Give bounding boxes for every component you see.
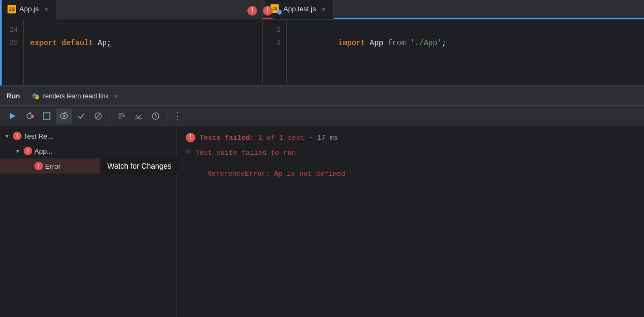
tab-apptestjs-close[interactable]: ×	[319, 5, 328, 13]
output-error-icon: !	[186, 133, 195, 142]
history-button[interactable]	[148, 109, 164, 124]
tab-appjs[interactable]: JS App.js ×	[2, 0, 56, 19]
right-editor: JS App.test.js × 2 3 import App from './…	[263, 0, 644, 85]
output-error-message: ReferenceError: Ap is not defined	[186, 170, 635, 178]
svg-point-6	[63, 116, 64, 117]
suite-failed-text: Test suite failed to run	[195, 149, 296, 157]
bottom-panel: Run 🎭 renders learn react link × !	[0, 86, 644, 317]
tree-label-results: Test Re...	[24, 132, 53, 140]
line-numbers-right: 2 3	[263, 19, 287, 85]
tab-appjs-close[interactable]: ×	[42, 5, 50, 13]
svg-rect-3	[43, 113, 50, 119]
left-tab-bar: JS App.js × ⋮	[0, 0, 262, 19]
error-message-text: ReferenceError: Ap is not defined	[186, 170, 345, 178]
check-button[interactable]	[73, 109, 89, 124]
js-icon: JS	[8, 5, 16, 13]
code-line-import: import App from './App';	[293, 24, 638, 62]
tree-item-app[interactable]: ▼ ! App...	[0, 143, 177, 158]
run-label: Run	[2, 92, 24, 100]
tab-apptestjs-label: App.test.js	[283, 5, 316, 13]
run-tab-emoji: 🎭	[32, 92, 40, 100]
tree-panel: ▼ ! Test Re... ▼ ! App... ! Error	[0, 126, 177, 317]
code-line-25: export default Ap;	[30, 37, 256, 49]
run-tab-close[interactable]: ×	[112, 92, 120, 100]
svg-line-10	[96, 114, 100, 118]
tab-appjs-label: App.js	[19, 5, 39, 13]
left-code-content: export default Ap;	[24, 19, 262, 85]
output-suite-failed: Test suite failed to run	[186, 149, 635, 157]
sort-button[interactable]	[113, 109, 129, 124]
output-panel: ! Tests failed: 1 of 1 test – 17 ms Test…	[177, 126, 644, 317]
right-code-content: import App from './App';	[287, 19, 644, 85]
rerun-button[interactable]: !	[21, 109, 38, 124]
toolbar-sep-2	[167, 111, 167, 121]
left-code-area: 24 25 export default Ap; !	[0, 19, 262, 85]
code-line-3	[293, 62, 638, 75]
run-tab-item[interactable]: 🎭 renders learn react link ×	[26, 87, 126, 106]
line-numbers-left: 24 25	[0, 19, 24, 85]
main-content: ▼ ! Test Re... ▼ ! App... ! Error	[0, 126, 644, 317]
status-label: Tests failed:	[200, 134, 254, 142]
tree-label-error: Error	[45, 162, 61, 170]
svg-marker-0	[10, 113, 16, 119]
right-code-area: 2 3 import App from './App'; !	[263, 19, 644, 85]
expand-icon-app: ▼	[15, 148, 21, 154]
bullet-icon	[186, 149, 191, 154]
collapse-button[interactable]	[130, 109, 147, 124]
stop-button[interactable]	[39, 109, 55, 124]
output-header: ! Tests failed: 1 of 1 test – 17 ms	[186, 133, 635, 142]
tree-item-test-results[interactable]: ▼ ! Test Re...	[0, 128, 177, 143]
test-duration: – 17 ms	[309, 134, 338, 142]
output-spacer	[186, 159, 635, 170]
toolbar: !	[0, 106, 644, 126]
error-icon-app: !	[24, 147, 32, 155]
toolbar-more-button[interactable]: ⋮	[173, 110, 182, 122]
run-tab-bar: Run 🎭 renders learn react link ×	[0, 87, 644, 106]
test-count: 1 of 1 test	[258, 134, 304, 142]
expand-icon-error	[26, 163, 32, 169]
run-button[interactable]	[4, 109, 20, 124]
expand-icon-results: ▼	[4, 133, 11, 139]
tab-apptestjs[interactable]: JS App.test.js ×	[265, 0, 334, 19]
tree-label-app: App...	[34, 147, 53, 155]
right-tab-bar: JS App.test.js ×	[263, 0, 644, 19]
error-icon-results: !	[13, 132, 21, 140]
toolbar-sep-1	[109, 111, 110, 121]
watch-button[interactable]	[56, 109, 72, 124]
tree-item-error[interactable]: ! Error	[0, 158, 177, 174]
error-icon-error: !	[34, 162, 43, 170]
run-tab-name: renders learn react link	[43, 92, 108, 100]
code-line-24	[30, 24, 256, 37]
cancel-button[interactable]	[90, 109, 106, 124]
